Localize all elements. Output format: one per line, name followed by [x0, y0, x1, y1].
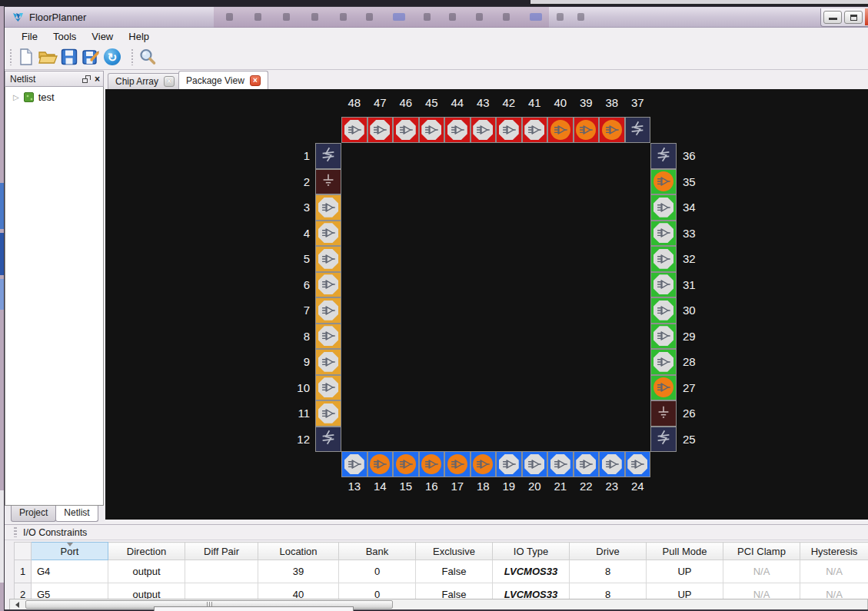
menu-view[interactable]: View	[84, 29, 121, 44]
cell-diff-pair[interactable]	[185, 560, 258, 583]
pin-17[interactable]	[444, 451, 471, 477]
pin-35[interactable]	[650, 169, 677, 195]
tab-package-view[interactable]: Package View ×	[178, 71, 268, 89]
cell-pull-mode[interactable]: UP	[647, 583, 723, 599]
close-tab-icon[interactable]: ×	[250, 75, 261, 86]
cell-exclusive[interactable]: False	[416, 583, 493, 599]
menu-help[interactable]: Help	[121, 29, 157, 44]
pin-16[interactable]	[419, 451, 445, 477]
menu-tools[interactable]: Tools	[45, 29, 84, 44]
pin-36[interactable]	[650, 143, 677, 169]
tab-netlist[interactable]: Netlist	[55, 506, 98, 522]
column-header-exclusive[interactable]: Exclusive	[416, 543, 493, 560]
pin-6[interactable]	[315, 272, 341, 298]
horizontal-scrollbar[interactable]	[9, 599, 868, 610]
pin-47[interactable]	[367, 117, 394, 143]
expander-icon[interactable]: ▷	[13, 93, 19, 101]
pin-12[interactable]	[315, 427, 341, 453]
refresh-button[interactable]: ↻	[101, 47, 123, 67]
pin-30[interactable]	[650, 297, 677, 324]
cell-diff-pair[interactable]	[185, 583, 258, 599]
pin-39[interactable]	[574, 117, 600, 143]
pin-21[interactable]	[547, 451, 574, 477]
pin-44[interactable]	[444, 117, 471, 143]
cell-bank[interactable]: 0	[339, 560, 416, 583]
column-header-hysteresis[interactable]: Hysteresis	[800, 543, 868, 560]
pin-19[interactable]	[496, 451, 522, 477]
pin-37[interactable]	[625, 117, 651, 143]
cell-io-type[interactable]: LVCMOS33	[493, 583, 570, 599]
pin-7[interactable]	[315, 297, 341, 324]
new-document-button[interactable]	[15, 47, 37, 67]
zoom-button[interactable]	[137, 47, 158, 67]
close-panel-icon[interactable]: ×	[95, 75, 100, 84]
pin-40[interactable]	[547, 117, 574, 143]
pin-4[interactable]	[315, 221, 341, 247]
pin-46[interactable]	[393, 117, 419, 143]
pin-14[interactable]	[367, 451, 394, 477]
cell-hysteresis[interactable]: N/A	[800, 583, 868, 599]
pin-38[interactable]	[599, 117, 625, 143]
title-bar[interactable]: FloorPlanner	[5, 7, 868, 28]
maximize-button[interactable]	[844, 11, 863, 24]
open-button[interactable]	[37, 47, 58, 67]
package-view-canvas[interactable]: 484746454443424140393837 123456789101112…	[105, 89, 868, 520]
pin-24[interactable]	[625, 451, 651, 477]
tab-chip-array[interactable]: Chip Array ×	[108, 73, 182, 89]
toolbar-grip[interactable]	[131, 48, 134, 65]
column-header-port[interactable]: Port	[32, 543, 108, 560]
pin-34[interactable]	[650, 194, 677, 221]
pin-2[interactable]	[315, 169, 341, 195]
pin-48[interactable]	[341, 117, 367, 143]
column-header-drive[interactable]: Drive	[570, 543, 647, 560]
cell-pci-clamp[interactable]: N/A	[723, 583, 800, 599]
netlist-panel-header[interactable]: Netlist ×	[5, 71, 104, 87]
pin-33[interactable]	[650, 221, 677, 247]
float-panel-icon[interactable]	[82, 75, 91, 83]
cell-bank[interactable]: 0	[339, 583, 416, 599]
cell-pull-mode[interactable]: UP	[647, 560, 723, 583]
pin-26[interactable]	[650, 400, 677, 427]
pin-42[interactable]	[496, 117, 522, 143]
pin-20[interactable]	[522, 451, 548, 477]
cell-pci-clamp[interactable]: N/A	[723, 560, 800, 583]
close-button[interactable]	[865, 8, 868, 25]
pin-22[interactable]	[574, 451, 600, 477]
minimize-button[interactable]	[823, 11, 842, 24]
cell-exclusive[interactable]: False	[416, 560, 493, 583]
cell-port[interactable]: G4	[32, 560, 108, 583]
pin-5[interactable]	[315, 246, 341, 272]
cell-direction[interactable]: output	[108, 560, 185, 583]
pin-31[interactable]	[650, 272, 677, 298]
tree-item-test[interactable]: ▷ test	[5, 87, 103, 103]
save-button[interactable]	[58, 47, 80, 67]
column-header-direction[interactable]: Direction	[108, 543, 185, 560]
cell-direction[interactable]: output	[108, 583, 185, 599]
close-tab-icon[interactable]: ×	[164, 76, 175, 87]
pin-1[interactable]	[315, 143, 341, 169]
pin-3[interactable]	[315, 194, 341, 221]
row-number[interactable]: 2	[15, 583, 32, 599]
pin-18[interactable]	[471, 451, 497, 477]
cell-location[interactable]: 39	[258, 560, 339, 583]
scroll-left-arrow[interactable]	[11, 600, 23, 609]
column-header-diff-pair[interactable]: Diff Pair	[185, 543, 258, 560]
pin-23[interactable]	[599, 451, 625, 477]
cell-io-type[interactable]: LVCMOS33	[493, 560, 570, 583]
pin-28[interactable]	[650, 349, 677, 375]
io-constraints-header[interactable]: I/O Constraints	[5, 524, 868, 540]
column-header-io-type[interactable]: IO Type	[493, 543, 570, 560]
menu-file[interactable]: File	[14, 29, 45, 44]
table-corner-cell[interactable]	[15, 543, 32, 560]
row-number[interactable]: 1	[15, 560, 32, 583]
pin-41[interactable]	[522, 117, 548, 143]
cell-drive[interactable]: 8	[570, 560, 647, 583]
column-header-pci-clamp[interactable]: PCI Clamp	[723, 543, 800, 560]
pin-8[interactable]	[315, 324, 341, 350]
cell-drive[interactable]: 8	[570, 583, 647, 599]
cell-port[interactable]: G5	[32, 583, 108, 599]
pin-32[interactable]	[650, 246, 677, 272]
pin-11[interactable]	[315, 400, 341, 427]
pin-27[interactable]	[650, 375, 677, 401]
pin-15[interactable]	[393, 451, 419, 477]
